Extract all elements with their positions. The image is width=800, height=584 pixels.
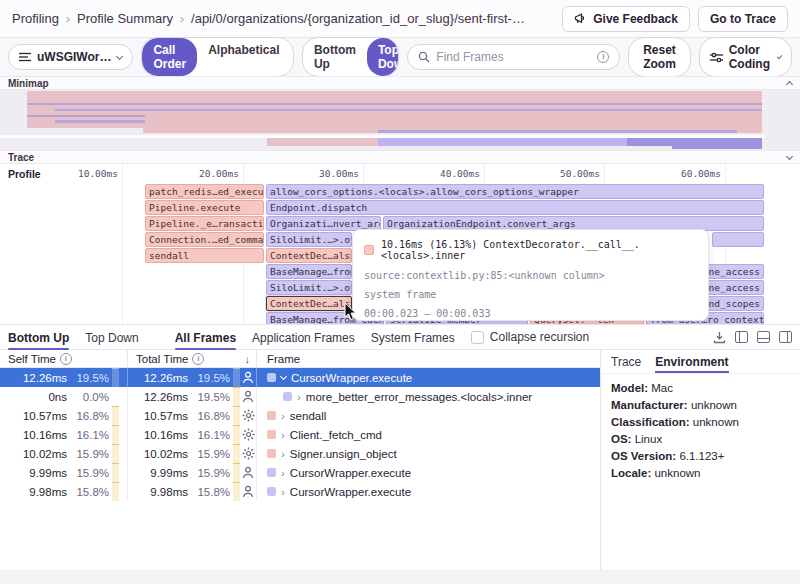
column-header-total-time[interactable]: Total Time i ↓ [128, 350, 257, 367]
minimap-block [27, 115, 145, 117]
frames-table-header: Self Time i Total Time i ↓ Frame [0, 350, 600, 368]
flame-frame[interactable]: ContextDec…als>.i [266, 296, 352, 311]
axis-tick-label: 30.00ms [305, 168, 359, 179]
color-coding-dropdown[interactable]: Color Coding [699, 37, 792, 77]
column-header-self-time[interactable]: Self Time i [0, 350, 128, 367]
flame-frame[interactable]: nd_scopes [703, 296, 764, 311]
reset-zoom-label: Reset Zoom [639, 43, 679, 71]
flame-frame[interactable] [712, 232, 764, 247]
mouse-cursor [344, 302, 357, 321]
tab-bottom-up[interactable]: Bottom Up [8, 326, 69, 349]
thread-selector-label: uWSGIWor… [37, 50, 111, 64]
flame-frame[interactable]: SiloLimit.…>.over [266, 280, 352, 295]
table-row[interactable]: 9.98ms15.8%9.98ms15.8%›CursorWrapper.exe… [0, 482, 600, 501]
flame-frame[interactable]: Pipeline._e…ransaction [145, 216, 264, 231]
color-coding-label: Color Coding [729, 43, 772, 71]
flame-frame[interactable]: Endpoint.dispatch [266, 200, 764, 215]
info-icon[interactable]: i [597, 51, 609, 63]
trace-title: Trace [8, 152, 34, 163]
direction-top-down[interactable]: Top Down [367, 38, 399, 76]
collapse-recursion-checkbox[interactable] [471, 331, 484, 344]
tab-all-frames[interactable]: All Frames [175, 326, 236, 349]
frames-table: Self Time i Total Time i ↓ Frame 12.26ms… [0, 350, 600, 570]
breadcrumb-profiling[interactable]: Profiling [12, 11, 59, 26]
download-icon[interactable] [713, 331, 726, 344]
tooltip-time-range: 00:00.023 — 00:00.033 [364, 308, 697, 319]
go-to-trace-button[interactable]: Go to Trace [698, 6, 788, 32]
minimap-block [378, 130, 737, 133]
sort-alphabetical[interactable]: Alphabetical [197, 38, 290, 76]
direction-bottom-up[interactable]: Bottom Up [303, 38, 367, 76]
layout-bottom-panel-icon[interactable] [757, 331, 770, 343]
environment-fields: Model: MacManufacturer: unknownClassific… [601, 374, 800, 488]
tooltip-frame-type: system frame [364, 289, 697, 300]
table-row[interactable]: 10.16ms16.1%10.16ms16.1%›Client._fetch_c… [0, 425, 600, 444]
axis-tick-label: 40.00ms [426, 168, 480, 179]
tab-environment[interactable]: Environment [655, 351, 728, 372]
frame-color-swatch [267, 487, 276, 496]
frame-name: Signer.unsign_object [290, 448, 397, 460]
tab-system-frames[interactable]: System Frames [371, 326, 455, 349]
flame-frame[interactable]: allow_cors_options.<locals>.allow_cors_o… [266, 184, 764, 199]
table-row[interactable]: 10.57ms16.8%10.57ms16.8%›sendall [0, 406, 600, 425]
flamegraph-canvas[interactable]: Profile patch_redis…ed_executeallow_cors… [0, 164, 800, 324]
env-field: Manufacturer: unknown [611, 397, 790, 414]
tab-trace[interactable]: Trace [611, 351, 641, 372]
table-row[interactable]: 9.99ms15.9%9.99ms15.9%›CursorWrapper.exe… [0, 463, 600, 482]
search-icon [418, 51, 430, 63]
breadcrumb-profile-summary[interactable]: Profile Summary [77, 11, 173, 26]
thread-selector-dropdown[interactable]: uWSGIWor… [8, 44, 133, 70]
flame-frame[interactable]: ne_access [703, 280, 764, 295]
minimap-block [378, 138, 627, 146]
sort-left-heavy[interactable]: Left Heavy [290, 38, 293, 76]
sort-call-order[interactable]: Call Order [142, 38, 197, 76]
find-frames-search[interactable]: i [407, 44, 620, 70]
minimap-block [55, 109, 762, 111]
table-row[interactable]: 12.26ms19.5%12.26ms19.5%CursorWrapper.ex… [0, 368, 600, 387]
collapse-recursion-toggle[interactable]: Collapse recursion [471, 330, 589, 344]
layout-left-panel-icon[interactable] [735, 331, 748, 343]
env-field: OS Version: 6.1.123+ [611, 448, 790, 465]
frame-name: CursorWrapper.execute [290, 486, 411, 498]
page-header: Profiling › Profile Summary › /api/0/org… [0, 0, 800, 38]
reset-zoom-button[interactable]: Reset Zoom [628, 37, 690, 77]
flame-frame[interactable]: ContextDec…als>.i [266, 248, 352, 263]
frame-color-swatch [283, 392, 292, 401]
column-header-frame[interactable]: Frame [257, 350, 600, 367]
give-feedback-button[interactable]: Give Feedback [562, 6, 690, 32]
megaphone-icon [574, 12, 587, 25]
env-field: Classification: unknown [611, 414, 790, 431]
frame-name: Client._fetch_cmd [290, 429, 382, 441]
breadcrumb-separator: › [66, 12, 70, 26]
search-input[interactable] [436, 50, 591, 64]
person-icon [240, 390, 256, 403]
flame-frame[interactable]: Connection.…ed_command [145, 232, 264, 247]
collapse-minimap-icon[interactable] [786, 81, 793, 88]
flame-frame[interactable]: BaseManage…from_c [266, 264, 352, 279]
tab-application-frames[interactable]: Application Frames [252, 326, 355, 349]
flame-frame[interactable]: Pipeline.execute [145, 200, 264, 215]
gear-icon [240, 428, 256, 441]
breadcrumb-separator: › [180, 12, 184, 26]
flame-frame[interactable]: sendall [145, 248, 264, 263]
table-row[interactable]: 0ns0.0%12.26ms19.5%›more_better_error_me… [0, 387, 600, 406]
details-tabs: Trace Environment [601, 350, 800, 374]
flame-frame[interactable]: patch_redis…ed_execute [145, 184, 264, 199]
table-row[interactable]: 10.02ms15.9%10.02ms15.9%›Signer.unsign_o… [0, 444, 600, 463]
frame-color-swatch [267, 411, 276, 420]
flame-frame[interactable]: ne_access [703, 264, 764, 279]
sort-segmented-control: Call Order Alphabetical Left Heavy [141, 37, 293, 77]
frame-tooltip: 10.16ms (16.13%) ContextDecorator.__call… [352, 229, 709, 321]
minimap-canvas[interactable] [0, 90, 800, 150]
gear-icon [240, 447, 256, 460]
frames-table-body: 12.26ms19.5%12.26ms19.5%CursorWrapper.ex… [0, 368, 600, 501]
sort-descending-icon[interactable]: ↓ [245, 353, 251, 365]
tab-top-down[interactable]: Top Down [85, 326, 138, 349]
collapse-trace-icon[interactable] [786, 152, 793, 159]
flame-frame[interactable]: SiloLimit.…>.over [266, 232, 352, 247]
sliders-icon [710, 52, 723, 63]
info-icon: i [60, 353, 72, 365]
env-field: Model: Mac [611, 380, 790, 397]
frame-color-swatch [267, 449, 276, 458]
layout-right-panel-icon[interactable] [779, 331, 792, 343]
